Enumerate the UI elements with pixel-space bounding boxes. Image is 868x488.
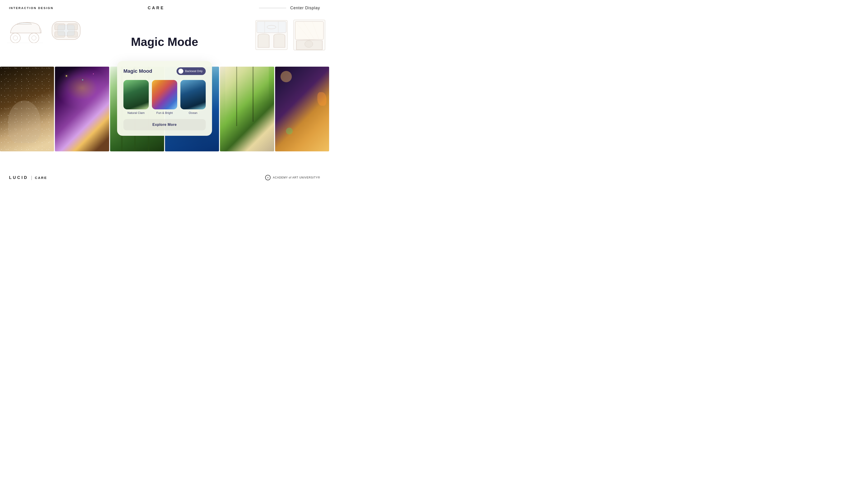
gallery-item-2 — [55, 67, 109, 151]
mood-fun-bright[interactable]: Fun & Bright — [152, 80, 177, 115]
card-title: Magic Mood — [123, 68, 152, 74]
interior-sketch-1 — [253, 18, 289, 52]
sketches-right — [253, 18, 327, 52]
footer: LUCID | CARE A ACADEMY of ART UNIVERSITY… — [0, 171, 329, 184]
footer-divider: | — [31, 175, 32, 180]
svg-point-3 — [32, 36, 36, 40]
header-care-logo: CARE — [148, 6, 165, 10]
footer-left: LUCID | CARE — [9, 175, 47, 180]
sketches-left — [4, 18, 87, 43]
explore-more-button[interactable]: Explore More — [123, 119, 206, 130]
footer-right: A ACADEMY of ART UNIVERSITY® — [265, 175, 320, 180]
card-header: Magic Mood Backseat Only — [123, 67, 206, 75]
mood-fun-thumb — [152, 80, 177, 109]
svg-point-1 — [13, 36, 18, 40]
mood-natural-thumb — [123, 80, 149, 109]
svg-point-0 — [10, 33, 20, 43]
car-sketch-side — [4, 18, 43, 43]
mood-options: Natural Clam Fun & Bright Ocean — [123, 80, 206, 115]
svg-point-21 — [305, 41, 313, 47]
interior-sketch-2 — [292, 18, 327, 52]
header-decorative-line — [259, 8, 286, 8]
car-sketch-top — [45, 18, 87, 43]
gallery-item-6 — [275, 67, 329, 151]
header: INTERACTION DESIGN CARE Center Display — [0, 0, 329, 16]
toggle-circle-icon — [178, 69, 183, 74]
mood-natural-calm[interactable]: Natural Clam — [123, 80, 149, 115]
footer-care: CARE — [35, 176, 47, 180]
svg-rect-12 — [257, 22, 286, 33]
main-title: Magic Mode — [131, 35, 198, 48]
mood-fun-label: Fun & Bright — [156, 111, 173, 115]
academy-text: ACADEMY of ART UNIVERSITY® — [273, 176, 320, 179]
gallery-item-5 — [220, 67, 274, 151]
header-interaction-design: INTERACTION DESIGN — [9, 6, 53, 10]
mood-ocean-label: Ocean — [189, 111, 197, 115]
svg-point-2 — [29, 33, 39, 43]
header-right-section: Center Display — [259, 6, 320, 10]
mood-ocean[interactable]: Ocean — [180, 80, 206, 115]
toggle-label: Backseat Only — [185, 70, 203, 73]
svg-rect-10 — [58, 25, 74, 36]
backseat-toggle[interactable]: Backseat Only — [177, 67, 206, 75]
header-display-label: Center Display — [290, 6, 320, 10]
academy-circle-icon: A — [265, 175, 271, 180]
magic-mood-card: Magic Mood Backseat Only Natural Clam Fu… — [117, 61, 212, 136]
lucid-logo: LUCID — [9, 175, 28, 180]
gallery-item-1 — [0, 67, 54, 151]
mood-natural-label: Natural Clam — [127, 111, 145, 115]
mood-ocean-thumb — [180, 80, 206, 109]
svg-rect-17 — [295, 22, 323, 39]
